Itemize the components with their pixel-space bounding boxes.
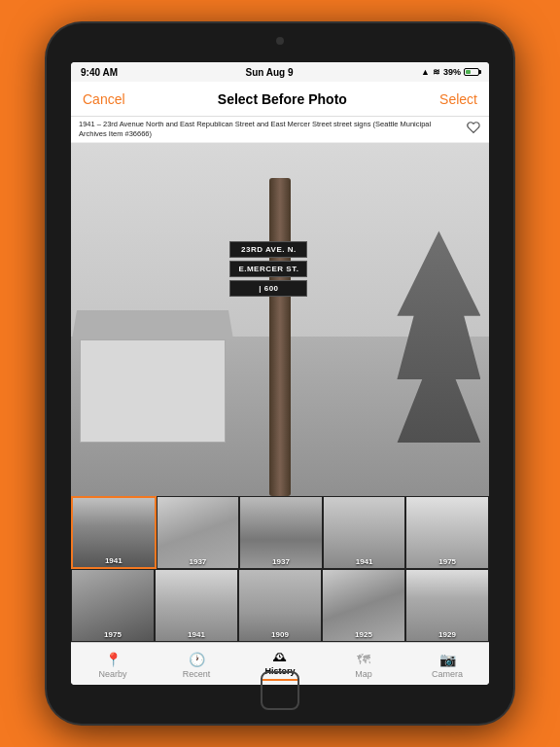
battery-percent: 39% xyxy=(443,67,461,77)
street-signs: 23RD AVE. N. E.MERCER ST. | 600 xyxy=(229,241,307,297)
device: 9:40 AM Sun Aug 9 ▲ ≋ 39% Cancel Select … xyxy=(47,23,513,724)
history-icon: 🕰 xyxy=(273,649,287,664)
thumb-year: 1925 xyxy=(355,630,372,639)
tab-recent[interactable]: 🕐 Recent xyxy=(155,652,238,679)
thumb-item[interactable]: 1975 xyxy=(71,569,155,642)
thumbnails-section: 1941 1937 1937 1941 1975 1975 xyxy=(71,496,489,642)
thumb-item[interactable]: 1941 xyxy=(155,569,238,642)
tab-nearby-label: Nearby xyxy=(98,669,126,679)
sign-1: 23RD AVE. N. xyxy=(229,241,307,258)
tab-history[interactable]: 🕰 History xyxy=(238,649,322,681)
thumb-item[interactable]: 1929 xyxy=(405,569,489,642)
battery-icon xyxy=(464,68,479,76)
thumb-item[interactable]: 1925 xyxy=(322,569,405,642)
thumb-year: 1941 xyxy=(105,556,122,565)
status-bar: 9:40 AM Sun Aug 9 ▲ ≋ 39% xyxy=(71,62,489,82)
sign-3: | 600 xyxy=(229,280,307,297)
thumb-year: 1909 xyxy=(271,630,289,639)
map-icon: 🗺 xyxy=(357,652,370,667)
house-roof xyxy=(72,310,233,339)
main-photo: 23RD AVE. N. E.MERCER ST. | 600 xyxy=(71,143,489,497)
status-time: 9:40 AM xyxy=(81,67,118,78)
thumb-year: 1975 xyxy=(104,630,122,639)
top-nav: Cancel Select Before Photo Select xyxy=(71,82,489,117)
thumb-item[interactable]: 1937 xyxy=(157,496,240,569)
wifi-icon: ≋ xyxy=(433,67,440,77)
photo-background: 23RD AVE. N. E.MERCER ST. | 600 xyxy=(71,143,489,497)
camera-icon: 📷 xyxy=(439,652,456,667)
select-button[interactable]: Select xyxy=(439,91,477,107)
house-left xyxy=(80,284,227,444)
battery-fill xyxy=(466,70,471,74)
tab-nearby[interactable]: 📍 Nearby xyxy=(71,652,155,679)
thumb-year: 1937 xyxy=(272,557,290,566)
thumb-item[interactable]: 1937 xyxy=(239,496,323,569)
cancel-button[interactable]: Cancel xyxy=(83,91,125,107)
tab-camera-label: Camera xyxy=(432,669,463,679)
thumb-year: 1929 xyxy=(438,630,456,639)
tab-map-label: Map xyxy=(355,669,372,679)
house-body xyxy=(80,339,227,443)
caption-bar: 1941 – 23rd Avenue North and East Republ… xyxy=(71,117,489,143)
caption-text: 1941 – 23rd Avenue North and East Republ… xyxy=(79,120,460,139)
tab-history-label: History xyxy=(264,666,295,676)
tab-camera[interactable]: 📷 Camera xyxy=(405,652,489,679)
thumb-year: 1941 xyxy=(188,630,205,639)
thumb-item[interactable]: 1975 xyxy=(405,496,489,569)
thumb-year: 1937 xyxy=(189,557,206,566)
thumb-item[interactable]: 1941 xyxy=(71,496,157,569)
tab-recent-label: Recent xyxy=(183,669,211,679)
thumb-row-1: 1941 1937 1937 1941 1975 xyxy=(71,496,489,569)
sign-2: E.MERCER ST. xyxy=(229,261,307,277)
signal-icon: ▲ xyxy=(421,67,430,77)
tab-bar: 📍 Nearby 🕐 Recent 🕰 History 🗺 Map 📷 xyxy=(71,642,489,685)
recent-icon: 🕐 xyxy=(189,652,205,667)
status-right: ▲ ≋ 39% xyxy=(421,67,479,77)
utility-pole xyxy=(269,178,291,496)
thumb-year: 1941 xyxy=(356,557,373,566)
thumb-item[interactable]: 1909 xyxy=(238,569,322,642)
thumb-year: 1975 xyxy=(438,557,456,566)
nearby-icon: 📍 xyxy=(105,652,122,667)
tab-history-underline xyxy=(261,679,299,681)
tab-map[interactable]: 🗺 Map xyxy=(322,652,405,679)
thumb-row-2: 1975 1941 1909 1925 1929 xyxy=(71,569,489,642)
heart-icon[interactable] xyxy=(466,121,481,134)
status-day: Sun Aug 9 xyxy=(245,67,293,78)
thumb-item[interactable]: 1941 xyxy=(323,496,406,569)
screen: 9:40 AM Sun Aug 9 ▲ ≋ 39% Cancel Select … xyxy=(71,62,489,685)
nav-title: Select Before Photo xyxy=(218,91,347,107)
